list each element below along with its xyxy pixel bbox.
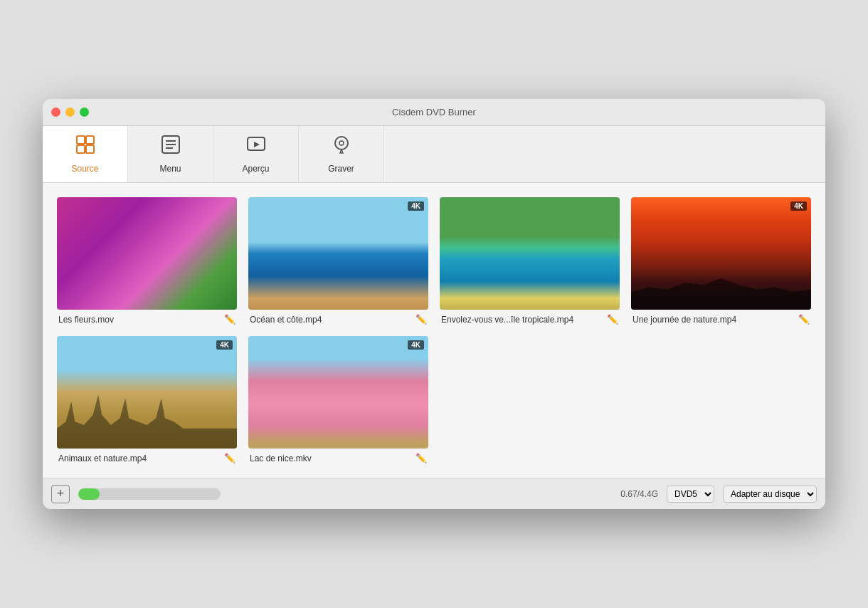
edit-icon[interactable]: ✏️ <box>416 453 427 463</box>
badge-4k: 4K <box>216 340 233 350</box>
add-button[interactable]: + <box>51 485 70 503</box>
video-meta: Une journée de nature.mp4 ✏️ <box>631 314 811 325</box>
badge-4k: 4K <box>408 340 424 350</box>
maximize-button[interactable] <box>80 108 89 117</box>
video-thumbnail: 4K <box>248 336 428 449</box>
video-name: Les fleurs.mov <box>58 315 220 325</box>
toolbar: Source Menu Aperçu <box>43 126 825 183</box>
tab-graver-label: Graver <box>328 164 354 174</box>
source-icon <box>75 135 95 159</box>
video-meta: Envolez-vous ve...île tropicale.mp4 ✏️ <box>440 314 620 325</box>
list-item[interactable]: 4K Une journée de nature.mp4 ✏️ <box>631 197 811 325</box>
progress-fill <box>78 488 100 500</box>
graver-icon <box>332 135 351 159</box>
list-item[interactable]: Les fleurs.mov ✏️ <box>57 197 237 325</box>
edit-icon[interactable]: ✏️ <box>224 453 235 463</box>
svg-point-10 <box>335 137 348 150</box>
fit-select[interactable]: Adapter au disque Haute qualité Qualité … <box>723 486 817 503</box>
video-meta: Lac de nice.mkv ✏️ <box>248 453 428 463</box>
video-thumbnail: 4K <box>631 197 811 310</box>
svg-rect-3 <box>86 145 94 153</box>
video-meta: Océan et côte.mp4 ✏️ <box>248 314 428 325</box>
list-item[interactable]: 4K Océan et côte.mp4 ✏️ <box>248 197 428 325</box>
video-grid: Les fleurs.mov ✏️ 4K Océan et côte.mp4 ✏… <box>57 197 811 463</box>
content-area: Les fleurs.mov ✏️ 4K Océan et côte.mp4 ✏… <box>43 183 825 478</box>
tab-source-label: Source <box>71 164 98 174</box>
disc-select[interactable]: DVD5 DVD9 BD25 <box>667 486 714 503</box>
window-controls <box>51 108 89 117</box>
video-name: Envolez-vous ve...île tropicale.mp4 <box>441 315 603 325</box>
tab-source[interactable]: Source <box>43 126 128 182</box>
video-name: Océan et côte.mp4 <box>250 315 411 325</box>
video-name: Une journée de nature.mp4 <box>633 315 794 325</box>
video-meta: Animaux et nature.mp4 ✏️ <box>57 453 237 463</box>
svg-rect-1 <box>86 136 94 144</box>
tab-apercu-label: Aperçu <box>242 164 269 174</box>
video-name: Lac de nice.mkv <box>250 454 411 463</box>
svg-rect-2 <box>77 145 85 153</box>
titlebar: Cisdem DVD Burner <box>43 99 825 126</box>
video-thumbnail: 4K <box>57 336 237 449</box>
video-name: Animaux et nature.mp4 <box>58 454 220 463</box>
list-item[interactable]: Envolez-vous ve...île tropicale.mp4 ✏️ <box>440 197 620 325</box>
tab-menu[interactable]: Menu <box>128 126 213 182</box>
close-button[interactable] <box>51 108 60 117</box>
video-meta: Les fleurs.mov ✏️ <box>57 314 237 325</box>
svg-marker-9 <box>254 142 260 147</box>
apercu-icon <box>246 135 266 159</box>
edit-icon[interactable]: ✏️ <box>416 314 427 325</box>
list-item[interactable]: 4K Lac de nice.mkv ✏️ <box>248 336 428 463</box>
video-thumbnail: 4K <box>248 197 428 310</box>
minimize-button[interactable] <box>65 108 75 117</box>
badge-4k: 4K <box>790 201 807 211</box>
tab-menu-label: Menu <box>159 164 181 174</box>
svg-rect-0 <box>77 136 85 144</box>
edit-icon[interactable]: ✏️ <box>798 314 810 325</box>
edit-icon[interactable]: ✏️ <box>224 314 235 325</box>
statusbar: + 0.67/4.4G DVD5 DVD9 BD25 Adapter au di… <box>43 478 825 509</box>
menu-icon <box>161 135 181 159</box>
tab-graver[interactable]: Graver <box>299 126 384 182</box>
size-label: 0.67/4.4G <box>620 489 658 499</box>
tab-apercu[interactable]: Aperçu <box>213 126 299 182</box>
app-window: Cisdem DVD Burner Source <box>43 99 825 509</box>
edit-icon[interactable]: ✏️ <box>607 314 618 325</box>
video-thumbnail <box>57 197 237 310</box>
video-thumbnail <box>440 197 620 310</box>
window-title: Cisdem DVD Burner <box>392 107 476 117</box>
progress-bar <box>78 488 221 500</box>
list-item[interactable]: 4K Animaux et nature.mp4 ✏️ <box>57 336 237 463</box>
svg-point-11 <box>339 141 344 145</box>
badge-4k: 4K <box>408 201 424 211</box>
